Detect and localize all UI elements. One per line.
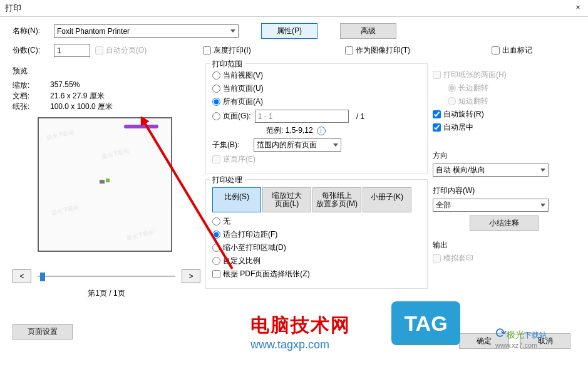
chevron-down-icon (333, 143, 338, 147)
range-title: 打印范围 (210, 59, 245, 70)
reverse-label: 逆页序(E) (223, 154, 255, 165)
output-title: 输出 (433, 240, 575, 251)
custom-radio[interactable]: 自定义比例 (212, 256, 260, 266)
advanced-button[interactable]: 高级 (340, 23, 396, 39)
paper-label: 纸张: (13, 101, 50, 112)
shortedge-radio[interactable]: 短边翻转 (448, 96, 569, 107)
content-select[interactable]: 全部 (433, 199, 549, 212)
shrink-label: 缩小至打印区域(D) (223, 242, 286, 253)
page-indicator: 第1页 / 1页 (13, 288, 200, 299)
zoom-value: 357.55% (50, 80, 80, 91)
orient-select[interactable]: 自动 横向/纵向 (433, 164, 549, 177)
printer-value: Foxit Phantom Printer (57, 27, 130, 36)
current-page-radio[interactable]: 当前页面(U) (212, 83, 264, 94)
pages-radio[interactable]: 页面(G): (212, 111, 251, 122)
doc-label: 文档: (13, 91, 50, 101)
current-view-label: 当前视图(V) (223, 70, 263, 81)
copies-label: 份数(C): (13, 45, 49, 56)
next-page-button[interactable]: > (182, 269, 200, 283)
shortedge-label: 短边翻转 (458, 96, 488, 107)
chevron-down-icon (230, 29, 235, 33)
preview-title: 预览 (13, 66, 200, 76)
paper-value: 100.0 x 100.0 厘米 (50, 101, 113, 112)
pages-input[interactable] (255, 110, 349, 123)
summary-button[interactable]: 小结注释 (470, 216, 539, 231)
grayscale-checkbox[interactable]: 灰度打印(I) (203, 45, 250, 56)
duplex-label: 打印纸张的两面(H) (443, 70, 507, 80)
preview-content-icon (100, 179, 111, 185)
autorotate-checkbox[interactable]: 自动旋转(R) (433, 109, 569, 120)
seg-fit[interactable]: 缩放过大 页面(L) (262, 187, 311, 212)
reverse-checkbox[interactable]: 逆页序(E) (212, 154, 255, 165)
longedge-radio[interactable]: 长边翻转 (448, 83, 569, 93)
preview-purple-bar (124, 125, 158, 128)
seg-tile[interactable]: 每张纸上 放置多页(M) (312, 187, 361, 212)
none-radio[interactable]: 无 (212, 216, 230, 227)
fitmargin-radio[interactable]: 适合打印边距(F) (212, 229, 277, 240)
subset-select[interactable]: 范围内的所有页面 (254, 138, 341, 152)
collate-checkbox[interactable]: 自动分页(O) (95, 45, 147, 56)
watermark-site: ⟳极光下载站 www.xz7.com (495, 325, 577, 349)
orient-value: 自动 横向/纵向 (436, 165, 485, 175)
content-title: 打印内容(W) (433, 185, 575, 196)
range-example: 范例: 1,5-9,12 (266, 125, 313, 136)
autocenter-checkbox[interactable]: 自动居中 (433, 122, 569, 133)
none-label: 无 (223, 216, 230, 227)
content-value: 全部 (436, 200, 451, 210)
all-pages-radio[interactable]: 所有页面(A) (212, 96, 263, 107)
page-setup-button[interactable]: 页面设置 (13, 324, 73, 340)
printer-select[interactable]: Foxit Phantom Printer (54, 24, 239, 38)
duplex-checkbox[interactable]: 打印纸张的两面(H) (433, 70, 569, 80)
print-handling-group: 打印处理 比例(S) 缩放过大 页面(L) 每张纸上 放置多页(M) 小册子(K… (205, 179, 428, 289)
autorotate-label: 自动旋转(R) (443, 109, 484, 120)
handle-title: 打印处理 (210, 175, 245, 185)
grayscale-label: 灰度打印(I) (214, 45, 250, 56)
longedge-label: 长边翻转 (458, 83, 488, 93)
orient-title: 方向 (433, 150, 575, 161)
subset-value: 范围内的所有页面 (257, 140, 317, 150)
prev-page-button[interactable]: < (13, 269, 31, 283)
properties-button[interactable]: 属性(P) (261, 23, 317, 39)
seg-scale[interactable]: 比例(S) (212, 187, 261, 212)
page-slider[interactable] (38, 269, 175, 283)
subset-label: 子集(B): (212, 140, 250, 150)
pages-label: 页面(G): (223, 111, 251, 122)
fitmargin-label: 适合打印边距(F) (223, 229, 277, 240)
watermark-tag: TAG (391, 301, 460, 345)
current-view-radio[interactable]: 当前视图(V) (212, 70, 263, 81)
simulate-label: 模拟套印 (443, 253, 473, 264)
autocenter-label: 自动居中 (443, 122, 473, 133)
bleed-label: 出血标记 (502, 45, 532, 56)
collate-label: 自动分页(O) (106, 45, 147, 56)
pdfsize-label: 根据 PDF页面选择纸张(Z) (223, 269, 310, 279)
page-total-label: / 1 (356, 112, 364, 121)
chevron-down-icon (540, 169, 545, 172)
dialog-title: 打印 (5, 3, 21, 14)
bleed-checkbox[interactable]: 出血标记 (492, 45, 532, 56)
seg-booklet[interactable]: 小册子(K) (363, 187, 411, 212)
asimage-checkbox[interactable]: 作为图像打印(T) (345, 45, 410, 56)
zoom-label: 缩放: (13, 80, 50, 91)
print-range-group: 打印范围 当前视图(V) 当前页面(U) 所有页面(A) 页面(G): / 1 … (205, 63, 428, 174)
doc-value: 21.6 x 27.9 厘米 (50, 91, 105, 101)
pdfsize-checkbox[interactable]: 根据 PDF页面选择纸张(Z) (212, 269, 310, 279)
name-label: 名称(N): (13, 26, 49, 36)
simulate-checkbox[interactable]: 模拟套印 (433, 253, 575, 264)
asimage-label: 作为图像打印(T) (356, 45, 410, 56)
preview-canvas: 极光下载站 极光下载站 极光下载站 极光下载站 (38, 117, 172, 252)
current-page-label: 当前页面(U) (223, 83, 264, 94)
chevron-down-icon (540, 204, 545, 207)
all-pages-label: 所有页面(A) (223, 96, 263, 107)
info-icon[interactable]: i (317, 127, 326, 135)
copies-input[interactable] (54, 44, 90, 57)
close-icon[interactable]: × (573, 3, 583, 13)
shrink-radio[interactable]: 缩小至打印区域(D) (212, 242, 286, 253)
custom-label: 自定义比例 (223, 256, 260, 266)
